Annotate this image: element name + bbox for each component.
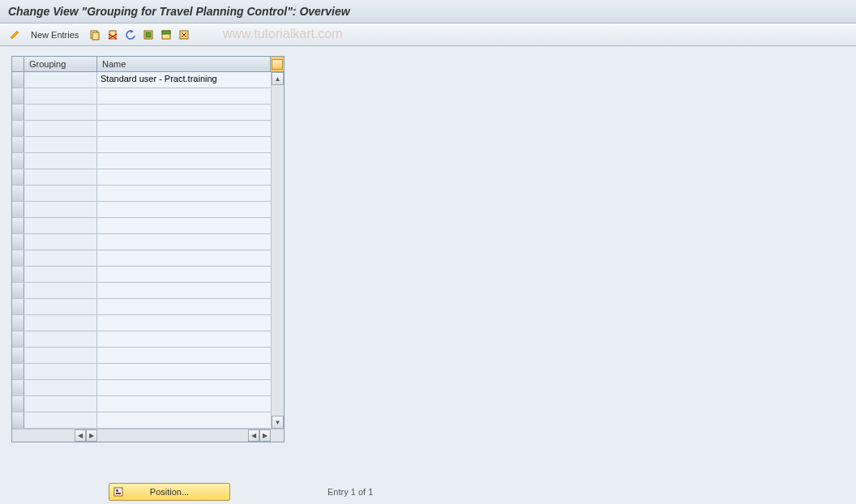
cell-name[interactable] bbox=[97, 153, 271, 169]
position-button-label: Position... bbox=[150, 487, 189, 497]
cell-name[interactable] bbox=[97, 396, 271, 412]
scroll-down-icon[interactable]: ▼ bbox=[272, 416, 284, 429]
row-selector[interactable] bbox=[12, 315, 24, 331]
cell-grouping[interactable] bbox=[24, 396, 97, 412]
cell-name[interactable]: Standard user - Pract.training bbox=[97, 72, 271, 88]
cell-grouping[interactable] bbox=[24, 250, 97, 266]
scroll-left-icon[interactable]: ◀ bbox=[75, 429, 86, 442]
row-selector[interactable] bbox=[12, 153, 24, 169]
toggle-edit-icon[interactable] bbox=[8, 28, 21, 41]
cell-grouping[interactable] bbox=[24, 169, 97, 185]
table-row bbox=[12, 412, 271, 429]
column-header-grouping[interactable]: Grouping bbox=[24, 57, 97, 71]
cell-name[interactable] bbox=[97, 299, 271, 314]
cell-grouping[interactable] bbox=[24, 364, 97, 379]
select-all-rows[interactable] bbox=[12, 57, 24, 71]
cell-name[interactable] bbox=[97, 88, 271, 104]
cell-grouping[interactable] bbox=[24, 234, 97, 250]
cell-grouping[interactable] bbox=[24, 412, 97, 428]
copy-icon[interactable] bbox=[88, 28, 101, 41]
cell-grouping[interactable] bbox=[24, 137, 97, 152]
cell-grouping[interactable] bbox=[24, 283, 97, 298]
select-all-icon[interactable] bbox=[142, 28, 155, 41]
cell-name[interactable] bbox=[97, 169, 271, 185]
new-entries-button[interactable]: New Entries bbox=[26, 30, 83, 40]
cell-name[interactable] bbox=[97, 250, 271, 266]
scroll-right-icon[interactable]: ▶ bbox=[86, 429, 97, 442]
scroll-up-icon[interactable]: ▲ bbox=[272, 72, 284, 85]
cell-name[interactable] bbox=[97, 315, 271, 331]
cell-name[interactable] bbox=[97, 121, 271, 136]
row-selector[interactable] bbox=[12, 331, 24, 347]
cell-name[interactable] bbox=[97, 348, 271, 363]
row-selector[interactable] bbox=[12, 72, 24, 88]
cell-grouping[interactable] bbox=[24, 331, 97, 347]
row-selector[interactable] bbox=[12, 88, 24, 104]
table-row bbox=[12, 105, 271, 121]
vertical-scrollbar[interactable]: ▲ ▼ bbox=[271, 72, 284, 429]
row-selector[interactable] bbox=[12, 137, 24, 152]
row-selector[interactable] bbox=[12, 105, 24, 120]
footer: Position... Entry 1 of 1 bbox=[11, 483, 845, 501]
scroll-left-icon-2[interactable]: ◀ bbox=[248, 429, 259, 442]
row-selector[interactable] bbox=[12, 186, 24, 201]
cell-name[interactable] bbox=[97, 202, 271, 217]
hscroll-group-area: ◀ ▶ bbox=[24, 429, 97, 442]
cell-grouping[interactable] bbox=[24, 348, 97, 363]
cell-grouping[interactable] bbox=[24, 202, 97, 217]
cell-name[interactable] bbox=[97, 364, 271, 379]
row-selector[interactable] bbox=[12, 283, 24, 298]
scroll-track[interactable] bbox=[272, 85, 284, 416]
cell-name[interactable] bbox=[97, 380, 271, 395]
cell-name[interactable] bbox=[97, 105, 271, 120]
row-selector[interactable] bbox=[12, 121, 24, 136]
scroll-right-icon-2[interactable]: ▶ bbox=[259, 429, 271, 442]
cell-grouping[interactable] bbox=[24, 267, 97, 282]
cell-grouping[interactable] bbox=[24, 299, 97, 314]
cell-name[interactable] bbox=[97, 331, 271, 347]
column-header-name[interactable]: Name bbox=[97, 57, 271, 71]
cell-name[interactable] bbox=[97, 283, 271, 298]
row-selector[interactable] bbox=[12, 169, 24, 185]
cell-grouping[interactable] bbox=[24, 186, 97, 201]
horizontal-scrollbar[interactable]: ◀ ▶ ◀ ▶ bbox=[12, 429, 284, 442]
cell-grouping[interactable] bbox=[24, 88, 97, 104]
cell-grouping[interactable] bbox=[24, 72, 97, 88]
toolbar: New Entries www.tutorialkart.com bbox=[0, 23, 856, 46]
row-selector[interactable] bbox=[12, 218, 24, 233]
deselect-all-icon[interactable] bbox=[178, 28, 190, 41]
cell-name[interactable] bbox=[97, 218, 271, 233]
cell-grouping[interactable] bbox=[24, 380, 97, 395]
table-row bbox=[12, 267, 271, 283]
cell-grouping[interactable] bbox=[24, 121, 97, 136]
table-row bbox=[12, 299, 271, 315]
cell-name[interactable] bbox=[97, 412, 271, 428]
row-selector[interactable] bbox=[12, 380, 24, 395]
svg-rect-4 bbox=[146, 32, 151, 37]
cell-name[interactable] bbox=[97, 186, 271, 201]
undo-icon[interactable] bbox=[124, 28, 137, 41]
cell-name[interactable] bbox=[97, 234, 271, 250]
row-selector[interactable] bbox=[12, 412, 24, 428]
row-selector[interactable] bbox=[12, 234, 24, 250]
cell-grouping[interactable] bbox=[24, 218, 97, 233]
row-selector[interactable] bbox=[12, 299, 24, 314]
row-selector[interactable] bbox=[12, 396, 24, 412]
cell-name[interactable] bbox=[97, 267, 271, 282]
row-selector[interactable] bbox=[12, 250, 24, 266]
delete-icon[interactable] bbox=[106, 28, 119, 41]
row-selector[interactable] bbox=[12, 202, 24, 217]
row-selector[interactable] bbox=[12, 348, 24, 363]
row-selector[interactable] bbox=[12, 364, 24, 379]
select-block-icon[interactable] bbox=[160, 28, 173, 41]
table-config-icon[interactable] bbox=[271, 57, 284, 71]
position-button[interactable]: Position... bbox=[109, 483, 230, 501]
cell-grouping[interactable] bbox=[24, 315, 97, 331]
hscroll-track[interactable] bbox=[97, 429, 248, 442]
cell-name[interactable] bbox=[97, 137, 271, 152]
svg-rect-9 bbox=[116, 489, 118, 492]
cell-grouping[interactable] bbox=[24, 153, 97, 169]
row-selector[interactable] bbox=[12, 267, 24, 282]
cell-grouping[interactable] bbox=[24, 105, 97, 120]
table-row bbox=[12, 153, 271, 169]
